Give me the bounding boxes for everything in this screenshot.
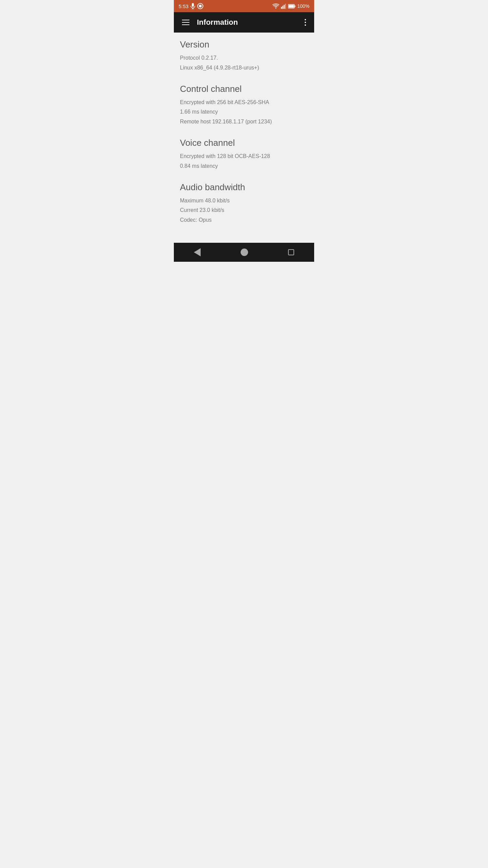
section-detail-item: Codec: Opus bbox=[180, 215, 308, 225]
mic-icon bbox=[190, 3, 195, 9]
svg-rect-12 bbox=[295, 5, 296, 7]
section-title-audio-bandwidth: Audio bandwidth bbox=[180, 182, 308, 193]
section-title-control-channel: Control channel bbox=[180, 84, 308, 94]
hamburger-line bbox=[182, 20, 189, 20]
circle-notification-icon bbox=[197, 3, 203, 9]
status-bar-left: 5:53 bbox=[179, 3, 203, 9]
section-detail-item: Current 23.0 kbit/s bbox=[180, 205, 308, 215]
section-voice-channel: Voice channelEncrypted with 128 bit OCB-… bbox=[180, 138, 308, 171]
hamburger-menu-button[interactable] bbox=[179, 17, 192, 28]
status-time: 5:53 bbox=[179, 3, 188, 9]
battery-icon bbox=[288, 4, 296, 8]
section-detail-item: 1.66 ms latency bbox=[180, 107, 308, 117]
recents-icon bbox=[288, 249, 294, 255]
back-icon bbox=[194, 248, 201, 256]
section-title-voice-channel: Voice channel bbox=[180, 138, 308, 148]
recents-button[interactable] bbox=[280, 246, 302, 258]
signal-icon bbox=[281, 3, 286, 9]
svg-rect-9 bbox=[285, 4, 286, 9]
overflow-dot bbox=[305, 22, 306, 23]
section-title-version: Version bbox=[180, 39, 308, 50]
home-icon bbox=[241, 249, 248, 256]
wifi-icon bbox=[272, 3, 279, 9]
section-audio-bandwidth: Audio bandwidthMaximum 48.0 kbit/sCurren… bbox=[180, 182, 308, 225]
svg-rect-0 bbox=[192, 3, 194, 7]
section-control-channel: Control channelEncrypted with 256 bit AE… bbox=[180, 84, 308, 127]
svg-rect-6 bbox=[281, 7, 282, 9]
bottom-nav bbox=[174, 243, 314, 262]
overflow-menu-button[interactable] bbox=[302, 16, 309, 28]
section-detail-item: Linux x86_64 (4.9.28-rt18-urus+) bbox=[180, 63, 308, 73]
section-detail-item: Encrypted with 128 bit OCB-AES-128 bbox=[180, 152, 308, 161]
svg-rect-8 bbox=[284, 5, 285, 9]
section-detail-item: Encrypted with 256 bit AES-256-SHA bbox=[180, 98, 308, 107]
content-area: VersionProtocol 0.2.17.Linux x86_64 (4.9… bbox=[174, 33, 314, 243]
svg-point-4 bbox=[199, 5, 202, 7]
section-detail-item: Protocol 0.2.17. bbox=[180, 53, 308, 63]
section-detail-item: Maximum 48.0 kbit/s bbox=[180, 196, 308, 206]
page-title: Information bbox=[197, 18, 302, 27]
section-detail-item: 0.84 ms latency bbox=[180, 161, 308, 171]
battery-percent: 100% bbox=[297, 3, 309, 9]
overflow-dot bbox=[305, 19, 306, 20]
svg-point-5 bbox=[276, 7, 277, 8]
svg-rect-11 bbox=[289, 5, 294, 7]
hamburger-line bbox=[182, 24, 189, 25]
section-version: VersionProtocol 0.2.17.Linux x86_64 (4.9… bbox=[180, 39, 308, 73]
status-bar: 5:53 bbox=[174, 0, 314, 12]
back-button[interactable] bbox=[186, 245, 209, 259]
section-detail-item: Remote host 192.168.1.17 (port 1234) bbox=[180, 117, 308, 127]
home-button[interactable] bbox=[232, 246, 256, 259]
overflow-dot bbox=[305, 24, 306, 26]
app-bar: Information bbox=[174, 12, 314, 33]
hamburger-line bbox=[182, 22, 189, 23]
svg-rect-7 bbox=[282, 6, 283, 9]
status-bar-right: 100% bbox=[272, 3, 309, 9]
